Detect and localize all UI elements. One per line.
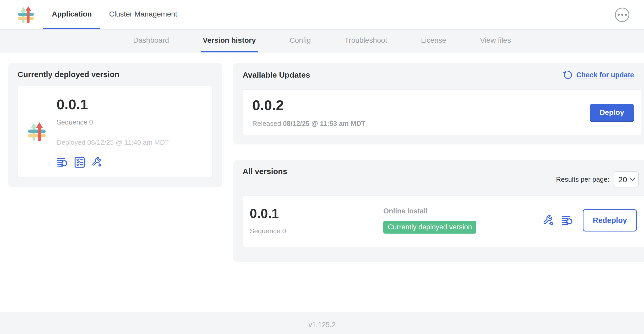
tab-config[interactable]: Config (287, 30, 313, 52)
tab-label: View files (480, 36, 511, 45)
topnav-tab-cluster-management[interactable]: Cluster Management (100, 0, 186, 29)
preflight-checks-icon[interactable] (74, 157, 85, 168)
page-footer: v1.125.2 (0, 312, 644, 334)
results-per-page: Results per page: 20 (556, 171, 641, 187)
currently-deployed-version-panel: 0.0.1 Sequence 0 Deployed 08/12/25 @ 11:… (18, 86, 212, 177)
edit-config-icon[interactable] (542, 214, 554, 227)
update-details: 0.0.2 Released 08/12/25 @ 11:53 am MDT (252, 97, 365, 128)
tab-troubleshoot[interactable]: Troubleshoot (342, 30, 389, 52)
tab-label: Config (290, 36, 311, 45)
tab-dashboard[interactable]: Dashboard (131, 30, 171, 52)
install-type-label: Online Install (383, 207, 542, 215)
tab-version-history[interactable]: Version history (201, 30, 258, 52)
row-sequence: Sequence 0 (250, 227, 383, 235)
tab-label: Dashboard (133, 36, 169, 45)
update-released-timestamp: Released 08/12/25 @ 11:53 am MDT (252, 120, 365, 128)
all-versions-header: All versions Results per page: 20 (243, 167, 644, 187)
main-content: Currently deployed version 0.0.1 Sequenc… (0, 52, 644, 312)
tab-view-files[interactable]: View files (478, 30, 513, 52)
deployed-version-details: 0.0.1 Sequence 0 Deployed 08/12/25 @ 11:… (57, 95, 169, 168)
update-version-number: 0.0.2 (252, 97, 365, 113)
status-badge: Currently deployed version (383, 221, 476, 234)
edit-config-icon[interactable] (91, 157, 103, 168)
row-version-number: 0.0.1 (250, 207, 383, 220)
deployed-timestamp: Deployed 08/12/25 @ 11:40 am MDT (57, 138, 169, 147)
more-options-button[interactable] (615, 8, 629, 22)
released-date: 08/12/25 @ 11:53 am MDT (283, 120, 365, 127)
release-notes-icon[interactable] (57, 157, 68, 168)
currently-deployed-title: Currently deployed version (18, 70, 212, 79)
all-versions-card: All versions Results per page: 20 0.0 (233, 160, 644, 262)
currently-deployed-card: Currently deployed version 0.0.1 Sequenc… (8, 63, 222, 187)
topnav-tab-label: Cluster Management (109, 10, 177, 18)
deployed-version-actions (57, 157, 169, 168)
tab-label: Version history (203, 36, 256, 45)
console-version: v1.125.2 (308, 321, 336, 329)
version-row: 0.0.1 Sequence 0 Online Install Currentl… (243, 195, 644, 247)
results-per-page-label: Results per page: (556, 175, 609, 184)
available-update-row: 0.0.2 Released 08/12/25 @ 11:53 am MDT D… (243, 89, 641, 135)
redeploy-button[interactable]: Redeploy (583, 209, 637, 231)
ellipsis-icon (621, 14, 623, 16)
app-logo-icon (27, 95, 49, 168)
top-nav: Application Cluster Management (0, 0, 644, 30)
all-versions-title: All versions (243, 167, 287, 176)
version-row-actions: Redeploy (542, 209, 637, 231)
topnav-tab-application[interactable]: Application (43, 0, 100, 29)
release-notes-icon[interactable] (561, 214, 573, 227)
results-per-page-select[interactable]: 20 (614, 171, 639, 187)
released-prefix: Released (252, 120, 281, 127)
deployed-sequence: Sequence 0 (57, 118, 169, 126)
tab-license[interactable]: License (419, 30, 449, 52)
app-sub-nav: Dashboard Version history Config Trouble… (0, 30, 644, 52)
version-row-status: Online Install Currently deployed versio… (383, 207, 542, 234)
available-updates-title: Available Updates (243, 71, 310, 79)
admin-console-page: Application Cluster Management Dashboard… (0, 0, 644, 334)
refresh-icon (563, 70, 573, 80)
available-updates-header: Available Updates Check for update (243, 70, 644, 80)
available-updates-card: Available Updates Check for update 0.0.2… (233, 63, 644, 144)
ellipsis-icon (618, 14, 620, 16)
app-logo-icon (17, 5, 37, 25)
check-for-update-label: Check for update (576, 71, 634, 79)
ellipsis-icon (625, 14, 627, 16)
results-per-page-select-wrap: 20 (614, 171, 639, 187)
deployed-version-number: 0.0.1 (57, 96, 169, 112)
right-column: Available Updates Check for update 0.0.2… (233, 63, 644, 262)
check-for-update-link[interactable]: Check for update (563, 70, 634, 80)
deploy-button[interactable]: Deploy (590, 104, 634, 121)
version-row-info: 0.0.1 Sequence 0 (250, 207, 383, 235)
topnav-tab-label: Application (52, 10, 92, 18)
tab-label: License (421, 36, 446, 45)
tab-label: Troubleshoot (345, 36, 387, 45)
